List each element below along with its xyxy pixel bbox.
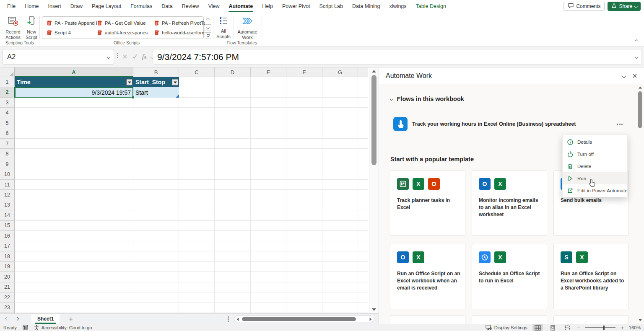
zoom-in-button[interactable]: + [621,325,624,331]
tab-page-layout[interactable]: Page Layout [87,0,126,13]
column-header-B[interactable]: B [133,67,179,77]
row-header-12[interactable]: 12 [0,190,15,200]
column-header-C[interactable]: C [179,67,215,77]
vertical-scrollbar-thumb[interactable] [371,75,377,165]
name-box[interactable]: A2 [3,49,114,65]
display-settings-button[interactable]: Display Settings [486,325,527,331]
accessibility-status[interactable]: Accessibility: Good to go [34,325,92,331]
tab-formulas[interactable]: Formulas [126,0,157,13]
scrollbar-resize-handle[interactable] [228,316,229,322]
previous-sheet-icon[interactable] [5,317,9,321]
row-header-4[interactable]: 4 [0,108,15,118]
tab-data-mining[interactable]: Data Mining [348,0,385,13]
share-button[interactable]: Share [608,2,641,11]
table-header-start-stop[interactable]: Start_Stop [133,77,179,87]
zoom-slider-thumb[interactable] [603,326,605,330]
tab-xlwings[interactable]: xlwings [385,0,411,13]
gallery-scroll-up-button[interactable] [205,16,211,23]
office-script-item[interactable]: PA - Paste Append Dat... [47,20,97,26]
sheet-tab-sheet1[interactable]: Sheet1 [31,314,60,324]
pane-scrollbar[interactable] [637,84,643,324]
menu-item-delete[interactable]: Delete [563,160,627,172]
flows-section-heading[interactable]: Flows in this workbook [390,96,464,102]
office-script-item[interactable]: Script 4 [47,30,97,36]
row-header-14[interactable]: 14 [0,210,15,220]
template-card[interactable]: SXRun an Office Script on Excel workbook… [553,244,629,309]
pane-scroll-down-icon[interactable] [639,319,642,321]
office-script-item[interactable]: hello-world-userform [154,30,205,36]
table-resize-handle[interactable] [176,94,179,98]
horizontal-scrollbar-thumb[interactable] [242,317,356,321]
all-scripts-button[interactable]: All Scripts [214,15,233,41]
tab-script-lab[interactable]: Script Lab [315,0,348,13]
filter-button[interactable] [126,79,132,85]
row-header-15[interactable]: 15 [0,221,15,231]
tab-draw[interactable]: Draw [66,0,87,13]
column-header-partial[interactable] [358,67,368,77]
pane-scrollbar-thumb[interactable] [638,91,642,128]
page-break-view-button[interactable] [563,324,572,331]
next-sheet-icon[interactable] [15,317,18,321]
tab-data[interactable]: Data [157,0,177,13]
gallery-more-button[interactable] [205,32,211,39]
row-header-11[interactable]: 11 [0,180,15,190]
expand-formula-bar-icon[interactable] [634,55,638,59]
column-header-D[interactable]: D [215,67,251,77]
scroll-left-icon[interactable] [237,318,239,321]
office-script-item[interactable]: PA - Get Cell Value [97,20,154,26]
tab-review[interactable]: Review [177,0,204,13]
row-header-3[interactable]: 3 [0,98,15,108]
table-header-time[interactable]: Time [15,77,133,87]
row-header-19[interactable]: 19 [0,262,15,272]
pane-close-button[interactable] [632,73,637,78]
scroll-right-icon[interactable] [370,318,372,321]
column-header-F[interactable]: F [286,67,322,77]
pane-collapse-button[interactable] [622,74,626,78]
select-all-corner[interactable] [0,67,15,77]
tab-home[interactable]: Home [20,0,43,13]
filter-button[interactable] [172,79,178,85]
tab-file[interactable]: File [3,0,20,13]
flow-item[interactable]: Track your working hours in Excel Online… [385,115,625,133]
tab-table-design[interactable]: Table Design [411,0,451,13]
row-header-9[interactable]: 9 [0,159,15,169]
menu-item-turn-off[interactable]: Turn off [563,148,627,160]
flow-more-button[interactable] [614,119,625,129]
column-header-A[interactable]: A [15,67,133,77]
tab-view[interactable]: View [204,0,224,13]
menu-item-details[interactable]: Details [563,136,627,148]
office-script-item[interactable]: autofit-freeze-panes [97,30,154,36]
template-card[interactable]: XSchedule an Office Script to run in Exc… [472,244,547,309]
row-header-22[interactable]: 22 [0,292,15,303]
scroll-up-icon[interactable] [372,70,376,72]
row-header-20[interactable]: 20 [0,272,15,282]
record-actions-button[interactable]: Record Actions [3,15,23,41]
collapse-ribbon-button[interactable] [635,36,638,44]
column-header-E[interactable]: E [251,67,286,77]
comments-button[interactable]: Comments [564,2,605,11]
tab-automate[interactable]: Automate [224,0,258,13]
row-header-2[interactable]: 2 [0,87,15,97]
horizontal-scrollbar[interactable] [234,315,374,322]
template-card-partial[interactable] [472,315,547,324]
row-header-18[interactable]: 18 [0,251,15,261]
row-header-16[interactable]: 16 [0,231,15,241]
row-header-7[interactable]: 7 [0,139,15,149]
row-header-17[interactable]: 17 [0,241,15,251]
template-card[interactable]: XOTrack planner tasks in Excel [390,171,465,236]
insert-function-icon[interactable]: fx [142,53,146,60]
row-header-10[interactable]: 10 [0,169,15,179]
zoom-level[interactable]: 160% [629,325,641,330]
row-header-23[interactable]: 23 [0,303,15,313]
template-card[interactable]: OXMonitor incoming emails to an alias in… [472,171,547,236]
template-card-partial[interactable] [390,315,465,324]
template-card-partial[interactable] [553,315,629,324]
zoom-out-button[interactable]: − [577,325,581,331]
column-header-G[interactable]: G [322,67,358,77]
cell-a2[interactable]: 9/3/2024 19:57 [15,87,133,97]
normal-view-button[interactable] [532,324,543,331]
cell-b2[interactable]: Start [133,87,179,97]
name-box-chevron-icon[interactable] [106,55,110,59]
tab-help[interactable]: Help [257,0,278,13]
row-header-21[interactable]: 21 [0,282,15,292]
